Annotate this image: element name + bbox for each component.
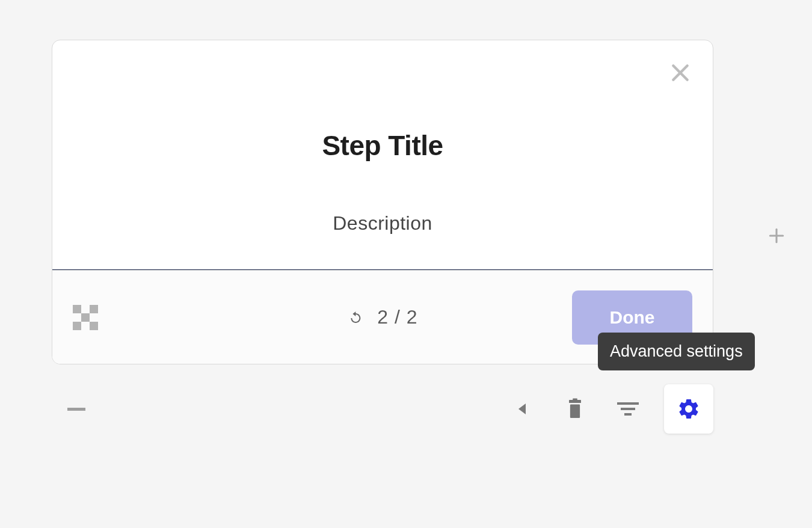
advanced-settings-button[interactable] [664, 384, 713, 434]
footer-center: 2 / 2 [347, 306, 417, 328]
restart-button[interactable] [347, 309, 364, 326]
collapse-left-icon [518, 404, 526, 414]
svg-rect-5 [573, 399, 577, 401]
filter-icon [617, 402, 639, 416]
minus-icon[interactable] [67, 408, 85, 411]
tooltip-advanced-settings: Advanced settings [598, 333, 755, 370]
restart-icon [348, 310, 363, 325]
step-card: Step Title Description 2 / 2 Done [52, 40, 713, 364]
delete-button[interactable] [558, 392, 592, 426]
tooltip-text: Advanced settings [610, 342, 743, 360]
bottom-toolbar [52, 385, 713, 433]
gear-icon [677, 397, 701, 421]
add-step-button[interactable] [766, 225, 787, 247]
step-counter: 2 / 2 [377, 306, 417, 328]
footer-left [73, 305, 98, 330]
helpero-logo-icon[interactable] [73, 305, 98, 330]
done-button-label: Done [610, 307, 655, 328]
bottom-left [52, 408, 85, 411]
collapse-button[interactable] [505, 392, 539, 426]
step-description[interactable]: Description [333, 212, 432, 235]
step-title[interactable]: Step Title [322, 129, 443, 162]
close-button[interactable] [666, 58, 695, 87]
card-body: Step Title Description [52, 40, 713, 270]
plus-icon [767, 226, 786, 245]
svg-rect-6 [570, 405, 580, 419]
trash-icon [566, 398, 584, 420]
bottom-right [505, 384, 713, 434]
close-icon [668, 61, 692, 85]
filter-button[interactable] [611, 392, 645, 426]
